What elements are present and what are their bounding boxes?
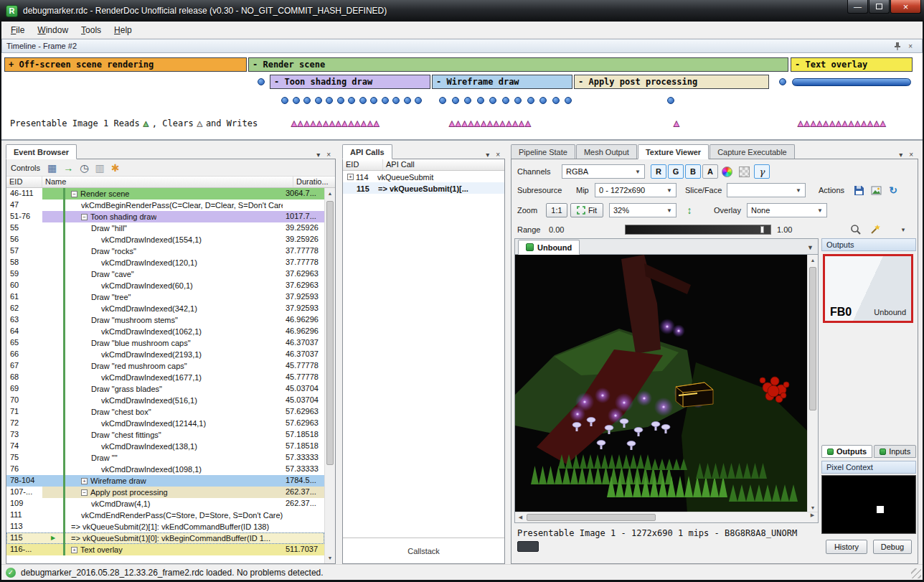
fit-button[interactable]: Fit	[570, 203, 603, 217]
collapse-icon[interactable]: −	[71, 191, 77, 197]
channels-select[interactable]: RGBA ▼	[562, 164, 645, 179]
column-duration[interactable]: Duratio...	[293, 177, 335, 187]
tab-api-calls[interactable]: API Calls	[342, 144, 392, 159]
event-row[interactable]: 109vkCmdDraw(4,1)262.37...	[6, 498, 324, 510]
scrollbar-thumb[interactable]	[527, 514, 656, 521]
event-row[interactable]: 57Draw "rocks"37.77778	[6, 245, 324, 257]
event-dot[interactable]	[527, 97, 534, 104]
event-dot[interactable]	[415, 97, 422, 104]
scrollbar-thumb[interactable]	[809, 267, 816, 410]
event-row[interactable]: 78-104+Wireframe draw1784.5...	[6, 475, 324, 487]
maximize-button[interactable]	[869, 0, 890, 14]
event-row[interactable]: 64vkCmdDrawIndexed(1062,1)46.96296	[6, 326, 324, 337]
stats-icon[interactable]: ▥	[95, 162, 104, 174]
channel-a-toggle[interactable]: A	[702, 164, 718, 179]
timeline-bar[interactable]: - Render scene	[248, 57, 788, 72]
fb0-thumbnail[interactable]: FB0 Unbound	[823, 254, 913, 323]
event-row[interactable]: 76vkCmdDrawIndexed(1098,1)57.33333	[6, 464, 324, 475]
event-row[interactable]: 61Draw "tree"37.92593	[6, 291, 324, 303]
event-dot[interactable]	[565, 97, 572, 104]
flip-y-button[interactable]: ↕	[682, 203, 697, 217]
save-button[interactable]	[852, 183, 866, 197]
event-dot[interactable]	[315, 97, 322, 104]
event-row[interactable]: 66vkCmdDrawIndexed(2193,1)46.37037	[6, 349, 324, 360]
event-dot[interactable]	[303, 97, 311, 104]
timeline-bar[interactable]: - Wireframe draw	[432, 75, 572, 89]
texture-image[interactable]	[515, 255, 807, 513]
texture-hscrollbar[interactable]: ◀ ▶	[515, 512, 818, 522]
browse-icon[interactable]: ▦	[47, 162, 57, 174]
channel-r-toggle[interactable]: R	[651, 164, 666, 179]
event-dot[interactable]	[404, 97, 411, 104]
event-dot[interactable]	[502, 97, 509, 104]
event-row[interactable]: 69Draw "grass blades"45.03704	[6, 383, 324, 395]
zoom-range-button[interactable]	[849, 222, 863, 237]
column-api-call[interactable]: API Call	[383, 159, 504, 170]
panel-close-icon[interactable]: ×	[326, 151, 331, 159]
scroll-up-icon[interactable]: ▲	[325, 188, 335, 199]
event-dot[interactable]	[281, 97, 288, 104]
event-row[interactable]: 111vkCmdEndRenderPass(C=Store, D=Store, …	[6, 510, 324, 521]
gamma-button[interactable]: γ	[754, 164, 770, 179]
api-calls-columns[interactable]: EID API Call	[343, 159, 504, 171]
menu-item-file[interactable]: File	[4, 22, 31, 38]
tab-mesh-output[interactable]: Mesh Output	[576, 144, 637, 159]
tab-outputs[interactable]: Outputs	[821, 445, 872, 458]
event-row[interactable]: 59Draw "cave"37.62963	[6, 268, 324, 280]
bookmark-icon[interactable]: ✱	[111, 162, 120, 174]
slice-select[interactable]: ▼	[727, 183, 806, 197]
event-row[interactable]: 68vkCmdDrawIndexed(1677,1)45.77778	[6, 372, 324, 383]
event-dot[interactable]	[370, 97, 377, 104]
texture-viewport[interactable]	[515, 255, 807, 513]
event-row[interactable]: 67Draw "red mushroom caps"45.77778	[6, 360, 324, 372]
event-row[interactable]: 47vkCmdBeginRenderPass(C=Clear, D=Clear,…	[6, 200, 324, 211]
range-options-button[interactable]: ▾	[896, 222, 910, 237]
texture-vscrollbar[interactable]: ▲ ▼	[807, 255, 818, 513]
event-row[interactable]: 65Draw "blue mushroom caps"46.37037	[6, 337, 324, 349]
close-button[interactable]: ×	[890, 0, 921, 14]
panel-menu-icon[interactable]: ▾	[316, 151, 320, 159]
alpha-background-button[interactable]	[737, 164, 751, 179]
tab-inputs[interactable]: Inputs	[874, 445, 916, 458]
timeline-content[interactable]: + Off-screen scene rendering- Render sce…	[1, 53, 923, 141]
event-row[interactable]: 74vkCmdDrawIndexed(138,1)57.18518	[6, 441, 324, 452]
event-row[interactable]: 116-...+Text overlay511.7037	[6, 544, 324, 555]
scroll-left-icon[interactable]: ◀	[515, 512, 526, 522]
event-dot[interactable]	[326, 97, 333, 104]
collapse-icon[interactable]: −	[81, 489, 88, 496]
channel-g-toggle[interactable]: G	[668, 164, 684, 179]
timeline-bar[interactable]: - Apply post processing	[574, 75, 769, 89]
event-dot[interactable]	[779, 78, 786, 85]
column-eid[interactable]: EID	[343, 159, 383, 170]
panel-menu-icon[interactable]: ▾	[899, 151, 902, 159]
event-dot[interactable]	[392, 97, 400, 104]
timeline-bar[interactable]: - Toon shading draw	[270, 75, 430, 89]
event-dot[interactable]	[359, 97, 367, 104]
minimize-button[interactable]: —	[847, 0, 868, 14]
history-button[interactable]: History	[826, 540, 867, 554]
menu-item-tools[interactable]: Tools	[75, 22, 108, 38]
event-row[interactable]: 46-111−Render scene3064.7...	[6, 188, 324, 200]
event-row[interactable]: 73Draw "chest fittings"57.18518	[6, 429, 324, 441]
scrollbar-thumb[interactable]	[326, 201, 334, 465]
pin-icon[interactable]	[894, 42, 901, 50]
event-browser-scrollbar[interactable]: ▲ ▼	[324, 188, 335, 563]
menu-item-help[interactable]: Help	[108, 22, 138, 38]
refresh-button[interactable]: ↻	[886, 183, 900, 197]
tab-capture-executable[interactable]: Capture Executable	[710, 144, 795, 159]
pixel-context-view[interactable]	[821, 475, 916, 534]
timeline-bar[interactable]: + Off-screen scene rendering	[4, 57, 247, 72]
collapse-icon[interactable]: −	[81, 214, 88, 220]
event-dot[interactable]	[464, 97, 471, 104]
event-row[interactable]: 56vkCmdDrawIndexed(1554,1)39.25926	[6, 234, 324, 245]
tab-texture-viewer[interactable]: Texture Viewer	[638, 144, 709, 159]
autofit-button[interactable]	[868, 222, 882, 237]
event-dot[interactable]	[477, 97, 484, 104]
tab-event-browser[interactable]: Event Browser	[6, 144, 77, 159]
scroll-right-icon[interactable]: ▶	[807, 512, 818, 518]
event-row[interactable]: 72vkCmdDrawIndexed(12144,1)57.62963	[6, 418, 324, 429]
texture-list-chevron-icon[interactable]: ▼	[807, 244, 818, 254]
event-row[interactable]: 55Draw "hill"39.25926	[6, 222, 324, 234]
event-dot[interactable]	[439, 97, 446, 104]
channel-b-toggle[interactable]: B	[685, 164, 701, 179]
